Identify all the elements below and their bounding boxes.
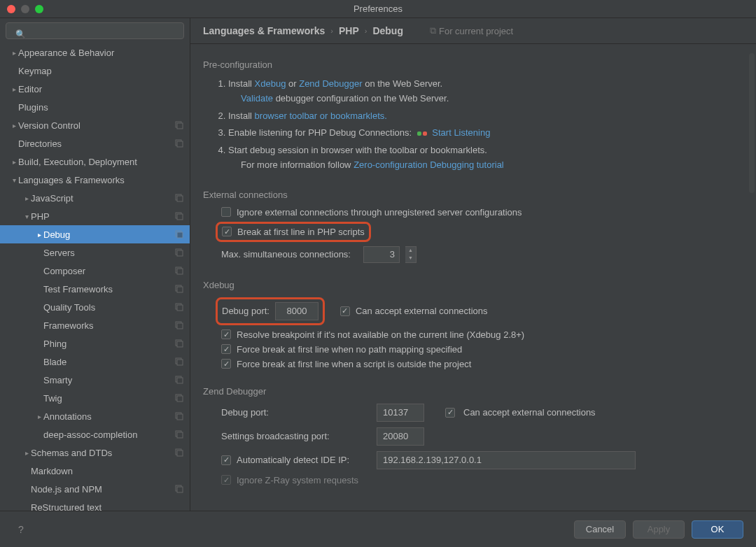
sidebar-item-build-execution-deployment[interactable]: Build, Execution, Deployment xyxy=(0,152,190,171)
chevron-icon xyxy=(10,122,18,129)
chevron-icon xyxy=(35,231,43,239)
svg-rect-21 xyxy=(177,341,183,347)
sidebar-item-label: Schemas and DTDs xyxy=(31,448,174,458)
sidebar-item-label: Smarty xyxy=(43,375,174,385)
breadcrumb[interactable]: Languages & Frameworks xyxy=(203,25,325,36)
project-scope-icon xyxy=(174,302,184,312)
sidebar-item-label: Composer xyxy=(43,266,174,276)
input-max-connections[interactable] xyxy=(363,246,400,263)
chevron-icon xyxy=(10,158,18,166)
link-start-listening[interactable]: Start Listening xyxy=(432,127,490,138)
checkbox-zend-accept[interactable] xyxy=(445,408,455,418)
settings-tree: Appearance & BehaviorKeymapEditorPlugins… xyxy=(0,43,190,511)
checkbox-xdebug-accept[interactable] xyxy=(340,306,350,316)
input-zend-port[interactable] xyxy=(377,404,424,422)
sidebar-item-restructured-text[interactable]: ReStructured text xyxy=(0,498,190,511)
sidebar-item-markdown[interactable]: Markdown xyxy=(0,462,190,480)
svg-rect-35 xyxy=(177,487,183,492)
chevron-icon xyxy=(10,85,18,93)
sidebar-item-javascript[interactable]: JavaScript xyxy=(0,189,190,207)
input-zend-ip[interactable] xyxy=(377,451,636,469)
svg-rect-33 xyxy=(177,450,183,456)
cancel-button[interactable]: Cancel xyxy=(574,520,626,539)
svg-rect-25 xyxy=(177,378,183,383)
link-zend-debugger[interactable]: Zend Debugger xyxy=(299,78,362,89)
project-scope-icon xyxy=(174,229,184,239)
label-xdebug-force-nopath: Force break at first line when no path m… xyxy=(237,344,462,355)
minimize-window-icon[interactable] xyxy=(21,5,29,13)
sidebar-item-blade[interactable]: Blade xyxy=(0,353,190,371)
sidebar-item-label: deep-assoc-completion xyxy=(43,429,174,440)
checkbox-xdebug-force-outside[interactable] xyxy=(221,359,231,369)
label-xdebug-resolve: Resolve breakpoint if it's not available… xyxy=(237,329,524,340)
sidebar-item-schemas-and-dtds[interactable]: Schemas and DTDs xyxy=(0,443,190,462)
input-xdebug-port[interactable] xyxy=(275,302,318,320)
row-ignore-external: Ignore external connections through unre… xyxy=(221,207,743,218)
sidebar-item-debug[interactable]: Debug xyxy=(0,225,190,243)
sidebar-item-annotations[interactable]: Annotations xyxy=(0,407,190,425)
sidebar-item-languages-frameworks[interactable]: Languages & Frameworks xyxy=(0,171,190,189)
sidebar-item-smarty[interactable]: Smarty xyxy=(0,371,190,389)
link-xdebug[interactable]: Xdebug xyxy=(255,78,286,89)
sidebar-item-quality-tools[interactable]: Quality Tools xyxy=(0,298,190,316)
chevron-icon xyxy=(10,49,18,57)
checkbox-zend-autoip[interactable] xyxy=(221,455,231,465)
sidebar-item-appearance-behavior[interactable]: Appearance & Behavior xyxy=(0,43,190,62)
ok-button[interactable]: OK xyxy=(692,520,743,539)
svg-rect-15 xyxy=(177,287,183,292)
checkbox-xdebug-resolve[interactable] xyxy=(221,329,231,339)
preconfig-step-1: Install Xdebug or Zend Debugger on the W… xyxy=(228,77,743,106)
apply-button[interactable]: Apply xyxy=(633,520,685,539)
sidebar-item-label: Languages & Frameworks xyxy=(18,175,184,185)
sidebar-item-deep-assoc-completion[interactable]: deep-assoc-completion xyxy=(0,425,190,443)
sidebar-item-frameworks[interactable]: Frameworks xyxy=(0,316,190,334)
project-scope-icon xyxy=(174,138,184,148)
search-icon: 🔍 xyxy=(15,29,26,39)
link-validate[interactable]: Validate xyxy=(241,93,273,104)
sidebar-item-php[interactable]: PHP xyxy=(0,207,190,225)
section-external-connections: External connections xyxy=(203,190,743,200)
sidebar-item-servers[interactable]: Servers xyxy=(0,243,190,262)
zend-grid: Debug port: Can accept external connecti… xyxy=(221,404,743,485)
sidebar-item-label: Test Frameworks xyxy=(43,284,174,294)
row-break-first: Break at first line in PHP scripts xyxy=(216,222,743,242)
sidebar-item-twig[interactable]: Twig xyxy=(0,389,190,407)
svg-rect-17 xyxy=(177,305,183,311)
sidebar-item-composer[interactable]: Composer xyxy=(0,262,190,280)
sidebar-item-directories[interactable]: Directories xyxy=(0,134,190,152)
project-scope-icon xyxy=(174,411,184,421)
close-window-icon[interactable] xyxy=(7,5,15,13)
sidebar-item-node-js-and-npm[interactable]: Node.js and NPM xyxy=(0,480,190,498)
project-scope-icon xyxy=(174,357,184,367)
checkbox-break-first[interactable] xyxy=(222,227,232,236)
maximize-window-icon[interactable] xyxy=(35,5,43,13)
project-scope-icon xyxy=(174,448,184,457)
breadcrumb[interactable]: PHP xyxy=(339,25,359,36)
project-scope-icon xyxy=(174,484,184,494)
row-zend-port: Debug port: Can accept external connecti… xyxy=(221,404,743,422)
input-zend-bcast[interactable] xyxy=(377,427,424,446)
search-input[interactable] xyxy=(6,22,184,39)
project-scope-icon xyxy=(174,120,184,130)
checkbox-ignore-external[interactable] xyxy=(221,207,231,217)
footer: ? Cancel Apply OK xyxy=(0,511,756,547)
label-zend-bcast: Settings broadcasting port: xyxy=(221,431,368,441)
link-bookmarklets[interactable]: browser toolbar or bookmarklets. xyxy=(255,111,387,121)
chevron-icon xyxy=(22,449,31,457)
sidebar-item-editor[interactable]: Editor xyxy=(0,80,190,98)
checkbox-xdebug-force-nopath[interactable] xyxy=(221,344,231,354)
checkbox-zend-zray[interactable] xyxy=(221,475,231,485)
sidebar-item-label: Frameworks xyxy=(43,320,174,331)
link-tutorial[interactable]: Zero-configuration Debugging tutorial xyxy=(354,159,504,170)
help-button[interactable]: ? xyxy=(13,521,29,538)
sidebar-item-test-frameworks[interactable]: Test Frameworks xyxy=(0,280,190,298)
sidebar-item-plugins[interactable]: Plugins xyxy=(0,98,190,116)
sidebar-item-version-control[interactable]: Version Control xyxy=(0,116,190,134)
project-scope-icon xyxy=(174,375,184,385)
stepper-max-connections[interactable]: ▲▼ xyxy=(405,246,416,263)
svg-rect-1 xyxy=(177,123,183,129)
sidebar-item-keymap[interactable]: Keymap xyxy=(0,62,190,80)
row-zend-bcast: Settings broadcasting port: xyxy=(221,427,743,446)
sidebar-item-phing[interactable]: Phing xyxy=(0,334,190,353)
search-box: 🔍 xyxy=(6,22,184,39)
